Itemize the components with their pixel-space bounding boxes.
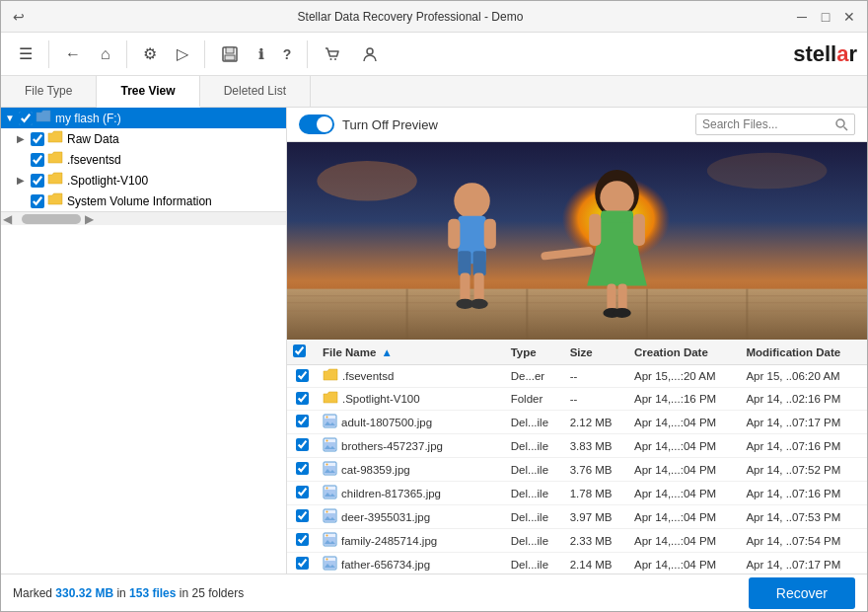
- info-btn[interactable]: ℹ: [251, 42, 271, 66]
- folder-icon: [323, 368, 338, 384]
- minimize-btn[interactable]: ─: [792, 7, 812, 27]
- col-created[interactable]: Creation Date: [628, 340, 740, 365]
- settings-btn[interactable]: ⚙: [135, 40, 165, 67]
- row-checkbox[interactable]: [296, 369, 309, 382]
- sep3: [204, 40, 205, 68]
- svg-point-60: [326, 559, 328, 561]
- svg-rect-36: [618, 284, 627, 312]
- preview-toggle[interactable]: [299, 115, 334, 134]
- check-spotlight[interactable]: [31, 174, 44, 188]
- row-checkbox[interactable]: [296, 462, 309, 475]
- scroll-right-btn[interactable]: ▶: [85, 212, 94, 226]
- row-checkbox[interactable]: [296, 486, 309, 498]
- check-all[interactable]: [293, 344, 306, 357]
- account-btn[interactable]: [353, 41, 387, 67]
- svg-rect-25: [484, 219, 496, 249]
- check-root[interactable]: [19, 112, 33, 125]
- tree-item-fseventsd[interactable]: ▶ .fseventsd: [1, 149, 286, 170]
- row-filename[interactable]: brothers-457237.jpg: [317, 434, 505, 457]
- row-modified: Apr 14, ..07:54 PM: [740, 529, 867, 553]
- tree-label-root: my flash (F:): [55, 112, 121, 125]
- row-filename[interactable]: cat-98359.jpg: [317, 458, 505, 481]
- help-btn[interactable]: ?: [275, 42, 300, 66]
- scroll-left-btn[interactable]: ◀: [3, 212, 12, 226]
- check-fseventsd[interactable]: [31, 153, 44, 167]
- svg-point-48: [326, 464, 328, 466]
- row-checkbox[interactable]: [296, 557, 309, 570]
- row-filename[interactable]: .fseventsd: [317, 365, 505, 387]
- cart-btn[interactable]: [316, 41, 349, 67]
- row-filename[interactable]: father-656734.jpg: [317, 553, 505, 574]
- hamburger-btn[interactable]: ☰: [11, 40, 40, 67]
- search-input[interactable]: [702, 117, 831, 131]
- table-row: cat-98359.jpgDel...ile3.76 MBApr 14,...:…: [287, 458, 867, 482]
- left-panel-hscroll[interactable]: ◀ ▶: [1, 211, 286, 225]
- back-btn[interactable]: ←: [57, 41, 89, 67]
- tab-file-type[interactable]: File Type: [1, 76, 97, 107]
- row-filename[interactable]: family-2485714.jpg: [317, 529, 505, 552]
- row-checkbox[interactable]: [296, 533, 309, 546]
- tree-item-root[interactable]: ▼ my flash (F:): [1, 108, 286, 128]
- col-filename[interactable]: File Name ▲: [317, 340, 505, 365]
- row-filename-text: .Spotlight-V100: [342, 393, 420, 405]
- tree-item-spotlight[interactable]: ▶ .Spotlight-V100: [1, 170, 286, 191]
- row-check-cell: [287, 388, 317, 411]
- row-checkbox[interactable]: [296, 415, 309, 427]
- arrow-spotlight: ▶: [17, 175, 31, 186]
- col-check[interactable]: [287, 340, 317, 365]
- table-row: family-2485714.jpgDel...ile2.33 MBApr 14…: [287, 529, 867, 553]
- maximize-btn[interactable]: □: [816, 7, 835, 27]
- col-type[interactable]: Type: [505, 340, 564, 365]
- svg-line-39: [545, 251, 590, 256]
- logo-area: stellar: [793, 41, 857, 67]
- row-filename[interactable]: .Spotlight-V100: [317, 388, 505, 410]
- check-sysvolinfo[interactable]: [31, 194, 44, 208]
- row-modified: Apr 14, ..07:53 PM: [740, 505, 867, 529]
- home-btn[interactable]: ⌂: [93, 41, 118, 67]
- table-row: .Spotlight-V100Folder--Apr 14,...:16 PMA…: [287, 388, 867, 411]
- row-size: 1.78 MB: [564, 482, 628, 505]
- preview-image: [287, 142, 867, 340]
- tab-tree-view[interactable]: Tree View: [97, 76, 199, 108]
- col-modified[interactable]: Modification Date: [740, 340, 867, 365]
- col-size[interactable]: Size: [564, 340, 628, 365]
- svg-point-10: [317, 161, 416, 201]
- row-created: Apr 14,...:04 PM: [628, 411, 740, 434]
- svg-point-5: [367, 48, 373, 54]
- svg-rect-2: [225, 55, 235, 60]
- row-created: Apr 14,...:04 PM: [628, 434, 740, 458]
- svg-rect-22: [458, 251, 470, 275]
- scan-btn[interactable]: ▷: [169, 40, 196, 67]
- row-filename[interactable]: children-817365.jpg: [317, 482, 505, 504]
- table-header-row: File Name ▲ Type Size Creation Date Modi…: [287, 340, 867, 365]
- svg-rect-24: [448, 219, 460, 249]
- table-row: deer-3955031.jpgDel...ile3.97 MBApr 14,.…: [287, 505, 867, 529]
- save-btn[interactable]: [213, 41, 247, 67]
- tree-item-raw[interactable]: ▶ Raw Data: [1, 128, 286, 149]
- row-size: 3.83 MB: [564, 434, 628, 458]
- image-icon: [323, 485, 337, 501]
- sort-arrow: ▲: [382, 346, 393, 358]
- scroll-thumb[interactable]: [22, 214, 81, 224]
- row-checkbox[interactable]: [296, 438, 309, 451]
- tree-item-sysvolinfo[interactable]: ▶ System Volume Information: [1, 191, 286, 211]
- row-check-cell: [287, 434, 317, 458]
- row-modified: Apr 15, ..06:20 AM: [740, 365, 867, 388]
- tab-deleted-list[interactable]: Deleted List: [200, 76, 311, 107]
- row-size: --: [564, 365, 628, 388]
- toolbar: ☰ ← ⌂ ⚙ ▷ ℹ ? stellar: [1, 33, 867, 76]
- close-btn[interactable]: ✕: [839, 7, 859, 27]
- row-modified: Apr 14, ..07:17 PM: [740, 553, 867, 574]
- row-filename[interactable]: deer-3955031.jpg: [317, 505, 505, 528]
- row-modified: Apr 14, ..07:17 PM: [740, 411, 867, 434]
- check-raw[interactable]: [31, 132, 44, 146]
- recover-button[interactable]: Recover: [749, 577, 855, 609]
- title-back-btn[interactable]: ↩: [9, 7, 29, 27]
- image-icon: [323, 461, 337, 478]
- row-filename[interactable]: adult-1807500.jpg: [317, 411, 505, 433]
- toggle-switch[interactable]: Turn Off Preview: [299, 115, 438, 134]
- row-checkbox[interactable]: [296, 509, 309, 522]
- status-bar: Marked 330.32 MB in 153 files in 25 fold…: [1, 574, 867, 611]
- row-modified: Apr 14, ..02:16 PM: [740, 388, 867, 411]
- row-checkbox[interactable]: [296, 392, 309, 405]
